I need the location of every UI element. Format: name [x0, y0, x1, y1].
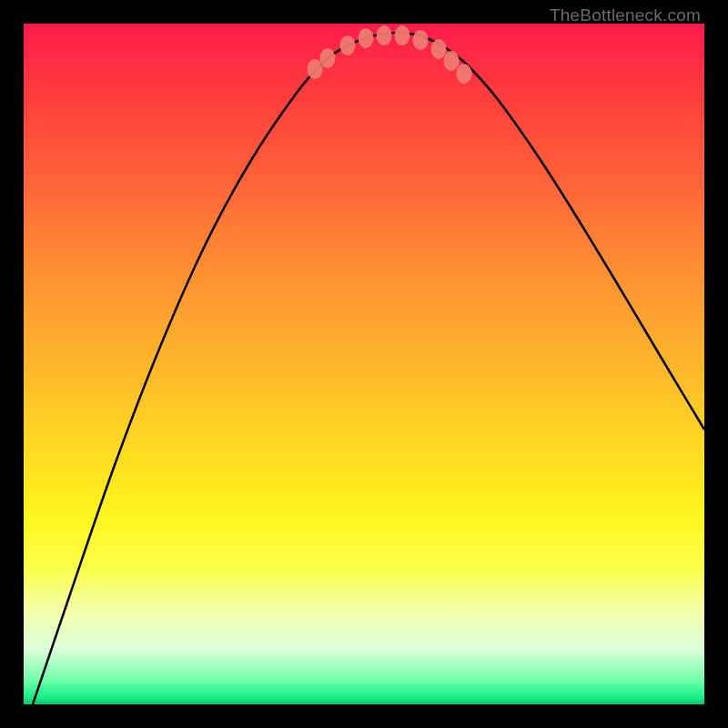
highlight-marker	[359, 28, 374, 48]
highlight-marker	[395, 25, 410, 46]
highlight-marker	[308, 59, 323, 79]
watermark-text: TheBottleneck.com	[550, 5, 701, 25]
highlight-marker	[413, 30, 429, 50]
highlight-marker	[444, 51, 460, 71]
highlight-marker	[377, 25, 392, 46]
bottleneck-curve	[33, 33, 704, 704]
outer-frame: TheBottleneck.com	[0, 0, 728, 728]
highlight-marker	[431, 39, 447, 59]
highlight-marker	[457, 64, 472, 84]
chart-area	[24, 24, 704, 704]
highlight-marker	[340, 35, 356, 56]
highlight-marker	[320, 48, 336, 68]
chart-svg	[24, 24, 704, 704]
